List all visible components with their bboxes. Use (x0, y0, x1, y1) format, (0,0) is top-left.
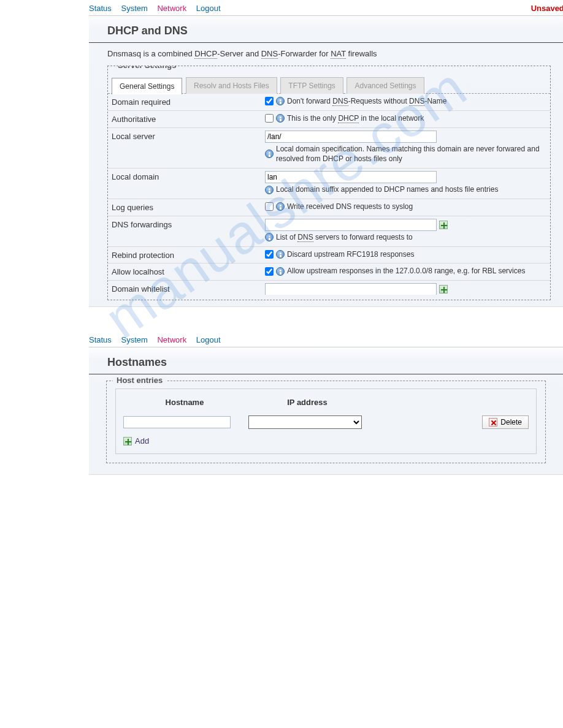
input-hostname[interactable] (123, 416, 231, 428)
table-header: Hostname IP address (123, 395, 529, 415)
hostnames-screen: Status System Network Logout Hostnames H… (0, 332, 563, 475)
info-icon (276, 202, 285, 211)
add-button[interactable]: Add (123, 436, 149, 446)
col-ip-header: IP address (246, 398, 369, 407)
row-domain-whitelist: Domain whitelist (108, 280, 550, 295)
label-log-queries: Log queries (112, 202, 265, 212)
fieldset-legend: Server Settings (114, 66, 180, 70)
row-local-server: Local server Local domain specification.… (108, 127, 550, 169)
tab-resolv[interactable]: Resolv and Hosts Files (186, 77, 277, 94)
add-icon (123, 437, 132, 446)
help-dns-forwardings: List of DNS servers to forward requests … (276, 232, 413, 243)
add-icon[interactable] (439, 285, 448, 294)
input-domain-whitelist[interactable] (265, 283, 437, 295)
label-local-domain: Local domain (112, 171, 265, 181)
row-dns-forwardings: DNS forwardings List of DNS servers to f… (108, 216, 550, 246)
unsaved-changes-link[interactable]: Unsaved Cha (531, 4, 563, 13)
top-nav: Status System Network Logout Unsaved Cha (89, 0, 563, 16)
checkbox-log-queries[interactable] (265, 202, 274, 211)
host-entries-table: Hostname IP address Delete Add (115, 389, 537, 454)
tab-tftp[interactable]: TFTP Settings (280, 77, 343, 94)
info-icon (265, 186, 274, 194)
page-title: DHCP and DNS (89, 16, 563, 43)
checkbox-rebind[interactable] (265, 250, 274, 259)
help-allow-localhost: Allow upstream responses in the 127.0.0.… (287, 266, 525, 276)
input-dns-forwardings[interactable] (265, 219, 437, 231)
nav-system[interactable]: System (121, 335, 147, 344)
label-domain-whitelist: Domain whitelist (112, 283, 265, 294)
col-hostname-header: Hostname (123, 398, 246, 407)
label-authoritative: Authoritative (112, 113, 265, 124)
nav-logout[interactable]: Logout (196, 4, 221, 13)
input-local-server[interactable] (265, 131, 437, 143)
label-dns-forwardings: DNS forwardings (112, 219, 265, 229)
help-local-domain: Local domain suffix appended to DHCP nam… (276, 184, 498, 195)
delete-label: Delete (500, 418, 522, 427)
nav-logout[interactable]: Logout (196, 335, 221, 344)
nav-system[interactable]: System (121, 4, 147, 13)
dhcp-dns-screen: Status System Network Logout Unsaved Cha… (0, 0, 563, 307)
add-label: Add (135, 436, 149, 446)
nav-status[interactable]: Status (89, 4, 112, 13)
host-entries-fieldset: Host entries Hostname IP address Delete (106, 381, 546, 463)
page-body: DHCP and DNS Dnsmasq is a combined DHCP-… (89, 16, 563, 307)
delete-button[interactable]: Delete (482, 415, 529, 429)
nav-network[interactable]: Network (157, 335, 186, 344)
nav-network[interactable]: Network (157, 4, 186, 13)
help-authoritative: This is the only DHCP in the local netwo… (287, 113, 424, 124)
settings-rows: Domain required Don't forward DNS-Reques… (108, 93, 550, 295)
tab-bar: General Settings Resolv and Hosts Files … (108, 75, 550, 94)
help-domain-required: Don't forward DNS-Requests without DNS-N… (287, 96, 446, 107)
info-icon (265, 150, 274, 158)
info-icon (276, 267, 285, 276)
help-log-queries: Write received DNS requests to syslog (287, 202, 413, 212)
label-domain-required: Domain required (112, 96, 265, 107)
row-local-domain: Local domain Local domain suffix appende… (108, 168, 550, 199)
page-title: Hostnames (89, 347, 563, 374)
tab-advanced[interactable]: Advanced Settings (347, 77, 424, 94)
label-rebind: Rebind protection (112, 249, 265, 260)
table-row: Delete (123, 415, 529, 429)
server-settings-fieldset: Server Settings General Settings Resolv … (107, 66, 551, 300)
input-local-domain[interactable] (265, 171, 437, 183)
info-icon (276, 114, 285, 123)
checkbox-domain-required[interactable] (265, 97, 274, 105)
add-icon[interactable] (439, 221, 448, 229)
info-icon (276, 97, 285, 105)
checkbox-allow-localhost[interactable] (265, 267, 274, 276)
label-local-server: Local server (112, 131, 265, 141)
row-log-queries: Log queries Write received DNS requests … (108, 199, 550, 216)
page-description: Dnsmasq is a combined DHCP-Server and DN… (89, 49, 563, 66)
tab-general[interactable]: General Settings (112, 78, 182, 94)
row-allow-localhost: Allow localhost Allow upstream responses… (108, 263, 550, 280)
page-body: Hostnames Host entries Hostname IP addre… (89, 347, 563, 475)
top-nav: Status System Network Logout (89, 332, 563, 347)
select-ip[interactable] (248, 415, 362, 429)
delete-icon (489, 418, 497, 427)
info-icon (276, 250, 285, 259)
info-icon (265, 233, 274, 241)
row-authoritative: Authoritative This is the only DHCP in t… (108, 110, 550, 127)
checkbox-authoritative[interactable] (265, 114, 274, 123)
label-allow-localhost: Allow localhost (112, 266, 265, 276)
row-rebind: Rebind protection Discard upstream RFC19… (108, 246, 550, 264)
help-local-server: Local domain specification. Names matchi… (276, 144, 546, 165)
nav-status[interactable]: Status (89, 335, 112, 344)
fieldset-legend: Host entries (113, 376, 166, 385)
help-rebind: Discard upstream RFC1918 responses (287, 249, 414, 260)
row-domain-required: Domain required Don't forward DNS-Reques… (108, 93, 550, 110)
